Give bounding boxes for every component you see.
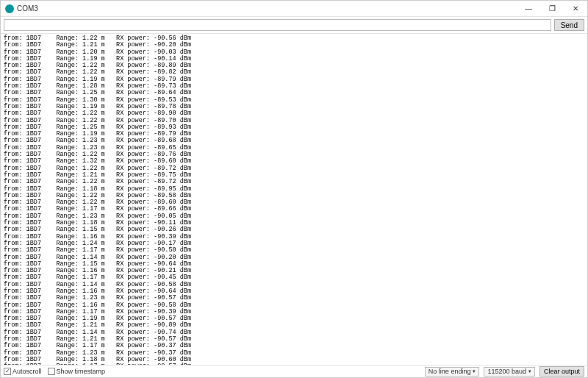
timestamp-checkbox[interactable] xyxy=(48,368,55,375)
send-input[interactable] xyxy=(4,19,551,31)
autoscroll-label: Autoscroll xyxy=(12,368,42,375)
statusbar: ✓ Autoscroll Show timestamp No line endi… xyxy=(1,365,587,377)
chevron-down-icon: ▾ xyxy=(528,368,531,374)
baud-select[interactable]: 115200 baud ▾ xyxy=(484,367,535,377)
console-output[interactable]: from: 1BD7 Range: 1.22 m RX power: -90.5… xyxy=(1,34,587,365)
timestamp-label: Show timestamp xyxy=(57,368,106,375)
maximize-button[interactable]: ❐ xyxy=(540,1,564,16)
chevron-down-icon: ▾ xyxy=(473,368,476,374)
app-icon xyxy=(5,4,14,13)
baud-value: 115200 baud xyxy=(487,368,526,375)
autoscroll-checkbox[interactable]: ✓ xyxy=(4,368,11,375)
send-button[interactable]: Send xyxy=(554,19,584,31)
window-title: COM3 xyxy=(17,4,517,13)
line-ending-select[interactable]: No line ending ▾ xyxy=(425,367,480,377)
clear-output-button[interactable]: Clear output xyxy=(539,366,584,377)
send-row: Send xyxy=(1,17,587,34)
line-ending-value: No line ending xyxy=(429,368,471,375)
close-button[interactable]: ✕ xyxy=(564,1,587,16)
titlebar: COM3 — ❐ ✕ xyxy=(1,1,587,17)
minimize-button[interactable]: — xyxy=(517,1,540,16)
